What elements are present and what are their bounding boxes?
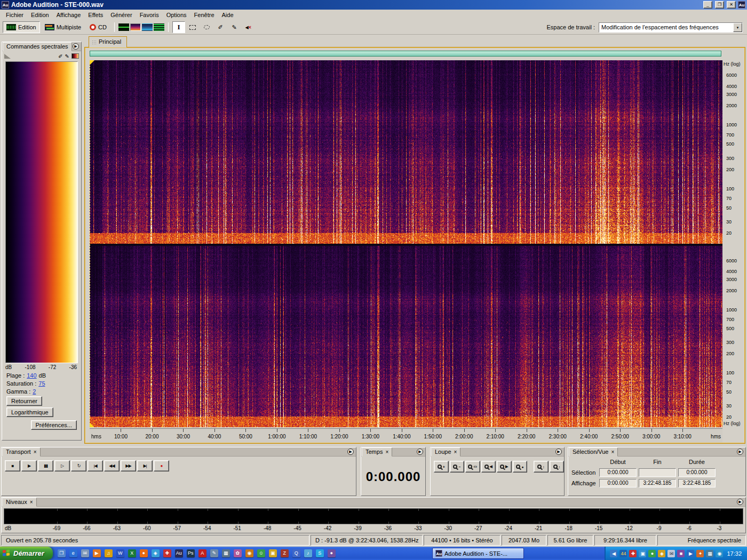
menu-item[interactable]: Aide: [218, 10, 237, 20]
quick-launch-icon[interactable]: ●: [140, 549, 148, 557]
close-icon[interactable]: ×: [30, 500, 33, 505]
tab-principal[interactable]: Principal: [89, 36, 127, 47]
panel-menu-button[interactable]: ▶: [737, 449, 743, 455]
view-end-field[interactable]: 3:22:48.185: [639, 479, 676, 487]
tray-icon[interactable]: ◈: [658, 550, 665, 557]
fast-forward-button[interactable]: ▶▶: [121, 460, 136, 471]
slope-icon[interactable]: [4, 54, 11, 59]
quick-launch-icon[interactable]: ♪: [304, 549, 312, 557]
start-button[interactable]: Démarrer: [0, 547, 53, 560]
quick-launch-icon[interactable]: ♫: [105, 549, 113, 557]
quick-launch-icon[interactable]: X: [128, 549, 136, 557]
go-to-beginning-button[interactable]: |◀: [88, 460, 103, 471]
close-icon[interactable]: ×: [34, 450, 37, 454]
quick-launch-icon[interactable]: ❐: [58, 549, 66, 557]
pause-button[interactable]: ▮▮: [38, 460, 53, 471]
quick-launch-icon[interactable]: ✚: [163, 549, 171, 557]
tray-icon[interactable]: ✚: [629, 550, 637, 557]
quick-launch-icon[interactable]: ✿: [234, 549, 242, 557]
tray-icon[interactable]: ◉: [716, 550, 723, 557]
zoom-in-vertical-button[interactable]: ↕: [534, 461, 549, 473]
close-icon[interactable]: ×: [385, 450, 388, 454]
menu-item[interactable]: Effets: [84, 10, 107, 20]
quick-launch-icon[interactable]: ✉: [81, 549, 89, 557]
frequency-axis[interactable]: Hz (log) Hz (log) 6000400030002000100070…: [722, 60, 745, 428]
horizontal-range-bar[interactable]: [90, 51, 721, 57]
zoom-full-button[interactable]: ▭: [465, 461, 480, 473]
add-eyedropper-icon[interactable]: ✐: [58, 53, 62, 59]
menu-item[interactable]: Affichage: [53, 10, 85, 20]
tray-icon[interactable]: ◀: [610, 550, 617, 557]
stop-button[interactable]: ■: [5, 460, 20, 471]
remove-eyedropper-icon[interactable]: ✎: [65, 53, 69, 59]
quick-launch-icon[interactable]: W: [116, 549, 124, 557]
zoom-right-edge-button[interactable]: ▶: [497, 461, 512, 473]
spectral-frequency-view-icon[interactable]: [130, 23, 141, 31]
menu-item[interactable]: Favoris: [136, 10, 163, 20]
pencil-tool-button[interactable]: ✎: [228, 21, 241, 33]
retourner-button[interactable]: Retourner: [6, 396, 42, 406]
quick-launch-icon[interactable]: ◈: [152, 549, 160, 557]
tab-selection-vue[interactable]: Sélection/Vue ×: [569, 447, 618, 457]
minimize-button[interactable]: _: [703, 1, 712, 9]
tray-icon[interactable]: ■: [677, 550, 685, 557]
tab-transport[interactable]: Transport ×: [2, 447, 41, 457]
quick-launch-icon[interactable]: A: [198, 549, 206, 557]
menu-item[interactable]: Fenêtre: [190, 10, 218, 20]
lasso-selection-tool-button[interactable]: [200, 21, 213, 33]
gamma-value[interactable]: 2: [33, 388, 36, 395]
time-ruler[interactable]: hms hms 10:0020:0030:0040:0050:001:00:00…: [90, 428, 722, 443]
view-start-field[interactable]: 0:00.000: [599, 479, 637, 487]
clock[interactable]: 17:32: [727, 550, 742, 557]
play-from-cursor-button[interactable]: ▷: [54, 460, 70, 471]
logarithmique-button[interactable]: Logarithmique: [6, 407, 53, 417]
go-to-end-button[interactable]: ▶|: [137, 460, 153, 471]
tray-icon[interactable]: 44: [619, 550, 627, 557]
quick-launch-icon[interactable]: ▣: [269, 549, 277, 557]
quick-launch-icon[interactable]: ▶: [93, 549, 101, 557]
menu-item[interactable]: Générer: [107, 10, 136, 20]
plage-value[interactable]: 140: [27, 372, 36, 379]
tray-icon[interactable]: ●: [648, 550, 656, 557]
quick-launch-icon[interactable]: Ps: [187, 549, 195, 557]
quick-launch-icon[interactable]: ☺: [257, 549, 265, 557]
panel-menu-button[interactable]: ▶: [417, 449, 423, 455]
taskbar-task-audition[interactable]: Au Adobe Audition - STE-...: [432, 548, 524, 559]
spectrogram-right-channel[interactable]: [90, 246, 722, 427]
rewind-button[interactable]: ◀◀: [104, 460, 120, 471]
tab-niveaux[interactable]: Niveaux ×: [2, 498, 37, 507]
multipiste-view-button[interactable]: Multipiste: [41, 21, 85, 33]
zoom-selection-button[interactable]: ●: [513, 461, 528, 473]
quick-launch-icon[interactable]: ◉: [245, 549, 253, 557]
play-looped-button[interactable]: ↻: [71, 460, 86, 471]
quick-launch-icon[interactable]: Z: [281, 549, 289, 557]
spectral-phase-view-icon[interactable]: [154, 23, 164, 31]
playhead-cursor[interactable]: [90, 60, 90, 427]
quick-launch-icon[interactable]: ✎: [210, 549, 218, 557]
selection-handle-top[interactable]: [90, 60, 94, 65]
waveform-view-icon[interactable]: [118, 23, 129, 31]
cd-view-button[interactable]: CD: [86, 21, 110, 33]
panel-menu-button[interactable]: ▶: [737, 499, 743, 505]
level-meter[interactable]: [4, 508, 743, 524]
saturation-value[interactable]: 75: [38, 380, 45, 387]
time-display[interactable]: 0:00.000: [361, 469, 425, 484]
tab-loupe[interactable]: Loupe ×: [431, 447, 460, 457]
edition-view-button[interactable]: Edition: [3, 21, 40, 33]
zoom-in-button[interactable]: +: [434, 461, 449, 473]
selection-start-field[interactable]: 0:00.000: [599, 468, 637, 477]
tray-icon[interactable]: ▦: [706, 550, 713, 557]
close-button[interactable]: ✕: [727, 1, 736, 9]
tab-temps[interactable]: Temps ×: [362, 447, 392, 457]
quick-launch-icon[interactable]: Q: [292, 549, 300, 557]
preferences-button[interactable]: Préférences...: [31, 420, 77, 430]
marquee-selection-tool-button[interactable]: [186, 21, 199, 33]
play-button[interactable]: ▶: [21, 460, 37, 471]
zoom-out-vertical-button[interactable]: ↕: [550, 461, 565, 473]
selection-end-field[interactable]: [639, 468, 676, 477]
quick-launch-icon[interactable]: ●: [328, 549, 336, 557]
tray-icon[interactable]: ✉: [667, 550, 675, 557]
selection-handle-bottom[interactable]: [90, 422, 94, 427]
quick-launch-icon[interactable]: S: [316, 549, 324, 557]
gradient-swatch-icon[interactable]: [71, 53, 79, 59]
